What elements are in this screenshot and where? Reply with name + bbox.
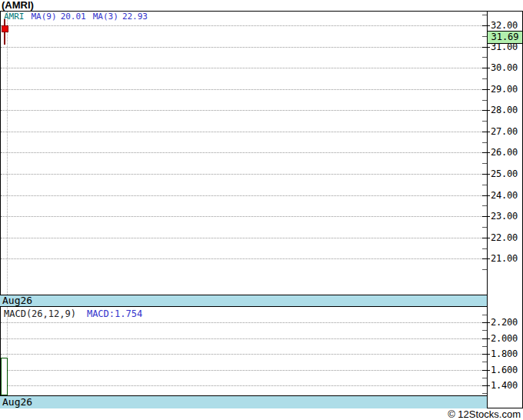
legend-ma9-value: 20.01 <box>61 12 86 22</box>
legend-ma9-label: MA(9) <box>32 12 57 22</box>
date-label: Aug26 <box>2 396 32 408</box>
chart-frame <box>0 11 523 408</box>
last-price-badge: 31.69 <box>487 31 523 44</box>
site-credit: © 12Stocks.com <box>448 409 521 420</box>
legend-ma3-label: MA(3) <box>93 12 118 22</box>
macd-legend-label: MACD(26,12,9) <box>4 308 76 319</box>
price-legend: AMRIMA(9)20.01MA(3)22.93 <box>4 12 148 22</box>
macd-legend: MACD(26,12,9)MACD:1.754 <box>4 309 142 319</box>
legend-symbol: AMRI <box>4 12 25 22</box>
macd-legend-value: MACD:1.754 <box>87 308 142 319</box>
date-label: Aug26 <box>2 295 32 306</box>
stock-chart-widget: (AMRI) 32.0031.0030.0029.0028.0027.0026.… <box>0 0 523 420</box>
page-title: (AMRI) <box>2 0 34 11</box>
date-axis-bar-macd: Aug26 <box>0 395 487 408</box>
date-axis-bar-price: Aug26 <box>0 295 487 307</box>
date-gridline-macd <box>7 307 8 395</box>
y-axis-line <box>487 11 488 408</box>
date-gridline-price <box>7 12 8 295</box>
legend-ma3-value: 22.93 <box>122 12 148 22</box>
